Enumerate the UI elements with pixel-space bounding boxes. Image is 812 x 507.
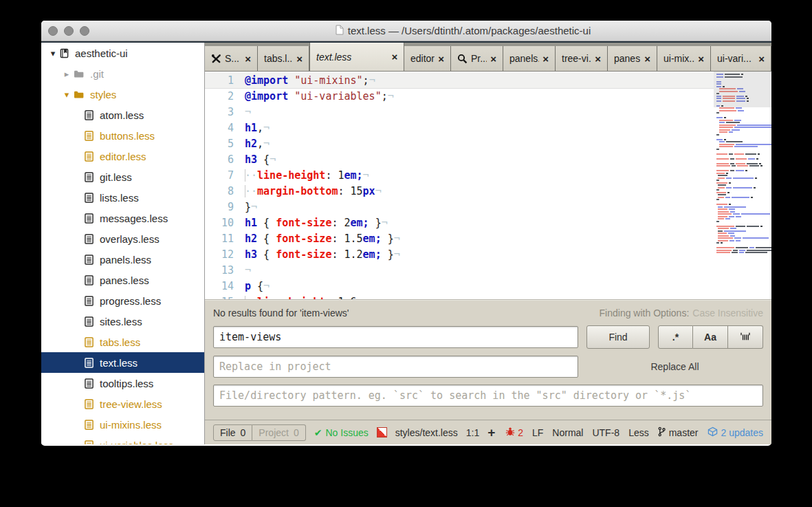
linter-toggle-icon[interactable] [377, 427, 387, 438]
vim-mode-status[interactable]: Normal [552, 427, 583, 438]
code-text: p {¬ [245, 279, 270, 294]
minimap-segment [736, 240, 740, 241]
code-line-10[interactable]: 10h1 { font-size: 2em; }¬ [205, 215, 771, 231]
chevron-down-icon[interactable]: ▾ [60, 89, 74, 100]
editor[interactable]: 1@import "ui-mixins";¬2@import "ui-varia… [205, 72, 771, 299]
window-title-area: text.less — /Users/dtinth/.atom/packages… [41, 21, 771, 41]
tree-item-panes-less[interactable]: panes.less [41, 270, 204, 290]
package-updates-status[interactable]: 2 updates [707, 427, 764, 439]
minimize-window-button[interactable] [64, 26, 74, 36]
code-line-4[interactable]: 4h1,¬ [205, 120, 771, 136]
code-line-6[interactable]: 6h3 {¬ [205, 152, 771, 168]
code-line-14[interactable]: 14p {¬ [205, 279, 771, 294]
tab-close-icon[interactable]: × [296, 54, 303, 64]
code-text: ¬ [245, 105, 251, 120]
tab-editor-[interactable]: editor....× [404, 46, 451, 71]
code-line-9[interactable]: 9}¬ [205, 199, 771, 215]
file-issues-button[interactable]: File 0 [213, 424, 252, 441]
path-pattern-input[interactable] [213, 385, 763, 407]
selection-option-button[interactable] [728, 325, 763, 349]
no-issues-status[interactable]: ✔ No Issues [314, 427, 369, 438]
minimap-segment [716, 204, 727, 205]
code-area[interactable]: 1@import "ui-mixins";¬2@import "ui-varia… [205, 72, 771, 299]
tree-item-ui-mixins-less[interactable]: ui-mixins.less [41, 414, 204, 435]
find-input[interactable] [213, 326, 578, 348]
code-line-5[interactable]: 5h2,¬ [205, 136, 771, 152]
line-number: 1 [205, 73, 245, 88]
tree-item--git[interactable]: ▸.git [41, 63, 204, 84]
code-line-11[interactable]: 11h2 { font-size: 1.5em; }¬ [205, 231, 771, 247]
cursor-position-status[interactable]: 1:1 [466, 427, 479, 438]
case-option-button[interactable]: Aa [693, 325, 728, 349]
chevron-down-icon[interactable]: ▾ [46, 48, 60, 58]
tree-item-overlays-less[interactable]: overlays.less [41, 228, 204, 249]
tab-close-icon[interactable]: × [391, 52, 397, 62]
tree-item-atom-less[interactable]: atom.less [41, 105, 204, 125]
tree-item-messages-less[interactable]: messages.less [41, 208, 204, 228]
tab-Pr-[interactable]: Pr...× [451, 46, 503, 71]
code-line-8[interactable]: 8··margin-bottom: 15px¬ [205, 184, 771, 199]
code-line-3[interactable]: 3¬ [205, 105, 771, 120]
minimap[interactable] [714, 72, 771, 299]
tab-S-[interactable]: S...× [205, 46, 258, 71]
tab-ui-mix-[interactable]: ui-mix...× [657, 46, 711, 71]
tab-close-icon[interactable]: × [698, 54, 704, 64]
tree-item-text-less[interactable]: text.less [41, 352, 204, 373]
find-result-status: No results found for 'item-views' [213, 308, 349, 319]
tab-close-icon[interactable]: × [542, 54, 549, 64]
tree-item-aesthetic-ui[interactable]: ▾aesthetic-ui [41, 43, 204, 63]
replace-input[interactable] [213, 356, 578, 378]
tree-item-tree-view-less[interactable]: tree-view.less [41, 393, 204, 414]
tree-item-sites-less[interactable]: sites.less [41, 311, 204, 332]
tab-panels-[interactable]: panels...× [503, 46, 556, 71]
project-issues-button[interactable]: Project 0 [252, 424, 305, 441]
tab-close-icon[interactable]: × [438, 54, 444, 64]
code-line-13[interactable]: 13¬ [205, 263, 771, 279]
code-line-7[interactable]: 7··line-height: 1em;¬ [205, 168, 771, 184]
git-branch-status[interactable]: master [658, 427, 699, 439]
code-line-12[interactable]: 12h3 { font-size: 1.2em; }¬ [205, 247, 771, 263]
encoding-status[interactable]: UTF-8 [592, 427, 619, 438]
window-titlebar[interactable]: text.less — /Users/dtinth/.atom/packages… [41, 21, 771, 41]
tree-item-tooltips-less[interactable]: tooltips.less [41, 373, 204, 393]
zoom-window-button[interactable] [80, 26, 89, 36]
tree-item-git-less[interactable]: git.less [41, 166, 204, 187]
code-line-1[interactable]: 1@import "ui-mixins";¬ [205, 73, 771, 89]
bug-report-status[interactable]: 2 [505, 427, 523, 438]
close-window-button[interactable] [48, 26, 58, 36]
tab-close-icon[interactable]: × [490, 54, 496, 64]
tree-item-editor-less[interactable]: editor.less [41, 146, 204, 166]
minimap-segment [719, 107, 734, 109]
tree-item-lists-less[interactable]: lists.less [41, 187, 204, 208]
tab-panes-[interactable]: panes...× [608, 46, 657, 71]
chevron-right-icon[interactable]: ▸ [60, 69, 74, 79]
tab-text-less[interactable]: text.less× [309, 43, 404, 71]
tree-item-label: panels.less [100, 254, 151, 266]
regex-option-button[interactable]: .* [658, 325, 693, 349]
tab-close-icon[interactable]: × [758, 54, 765, 64]
tab-close-icon[interactable]: × [644, 54, 650, 64]
tree-item-panels-less[interactable]: panels.less [41, 249, 204, 270]
tree-item-buttons-less[interactable]: buttons.less [41, 125, 204, 146]
minimap-visible-region[interactable] [714, 72, 771, 107]
replace-all-button[interactable]: Replace All [586, 361, 763, 372]
tab-ui-vari-[interactable]: ui-vari...× [711, 46, 771, 71]
find-button[interactable]: Find [586, 325, 650, 349]
tab-close-icon[interactable]: × [595, 54, 601, 64]
grammar-status[interactable]: Less [628, 427, 649, 438]
plus-button[interactable]: + [487, 425, 495, 440]
code-line-15[interactable]: 15··line-height: 1.6;¬ [205, 294, 771, 299]
tree-view[interactable]: ▾aesthetic-ui▸.git▾stylesatom.lessbutton… [41, 43, 205, 444]
minimap-segment [729, 182, 731, 184]
tree-item-styles[interactable]: ▾styles [41, 84, 204, 105]
tree-item-ui-variables-less[interactable]: ui-variables.less [41, 435, 204, 444]
tab-tabs-l-[interactable]: tabs.l...× [258, 46, 309, 71]
tree-item-progress-less[interactable]: progress.less [41, 290, 204, 311]
tab-close-icon[interactable]: × [245, 54, 251, 64]
code-line-2[interactable]: 2@import "ui-variables";¬ [205, 89, 771, 105]
tree-item-tabs-less[interactable]: tabs.less [41, 332, 204, 352]
tab-tree-vi-[interactable]: tree-vi...× [556, 46, 608, 71]
file-path-status[interactable]: styles/text.less [395, 427, 458, 438]
line-ending-status[interactable]: LF [532, 427, 543, 438]
minimap-segment [716, 149, 719, 150]
